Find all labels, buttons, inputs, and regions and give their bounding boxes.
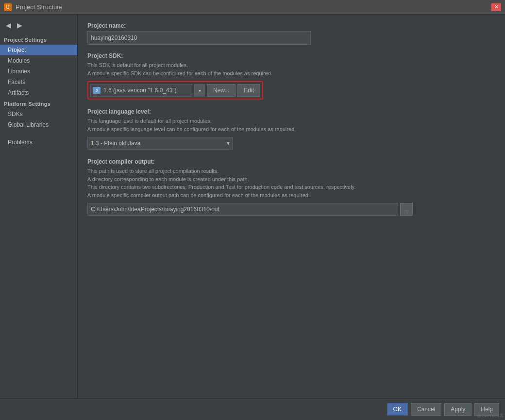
sdk-description: This SDK is default for all project modu… [87,61,495,77]
compiler-output-description: This path is used to store all project c… [87,167,495,199]
sidebar-item-project[interactable]: Project [0,45,77,55]
language-level-title: Project language level: [87,108,495,115]
content-area: Project name: Project SDK: This SDK is d… [78,15,505,398]
language-level-select[interactable]: 1.3 - Plain old Java ▾ [87,137,233,150]
platform-settings-header: Platform Settings [0,98,77,109]
sidebar: ◀ ▶ Project Settings Project Modules Lib… [0,15,78,398]
sdk-dropdown-arrow[interactable]: ▾ [194,84,205,97]
main-layout: ◀ ▶ Project Settings Project Modules Lib… [0,15,505,398]
sidebar-item-sdks[interactable]: SDKs [0,109,77,119]
compiler-output-title: Project compiler output: [87,158,495,165]
sdk-edit-button[interactable]: Edit [237,84,260,97]
back-button[interactable]: ◀ [4,20,13,30]
sdk-select[interactable]: J 1.6 (java version "1.6.0_43") [90,84,192,97]
sidebar-item-artifacts[interactable]: Artifacts [0,87,77,98]
sdk-new-button[interactable]: New... [207,84,236,97]
cancel-button[interactable]: Cancel [411,403,441,416]
language-level-description: This language level is default for all p… [87,117,495,133]
sdk-select-inner: J 1.6 (java version "1.6.0_43") [93,87,177,94]
apply-button[interactable]: Apply [444,403,471,416]
sdk-selector-group: J 1.6 (java version "1.6.0_43") ▾ New...… [87,81,263,100]
title-bar-left: U Project Structure [4,3,63,11]
sdk-value-text: 1.6 (java version "1.6.0_43") [103,87,177,94]
language-level-group: 1.3 - Plain old Java ▾ [87,137,495,150]
sidebar-item-libraries[interactable]: Libraries [0,66,77,77]
sdk-section-title: Project SDK: [87,52,495,59]
nav-arrows: ◀ ▶ [0,18,77,34]
sidebar-item-facets[interactable]: Facets [0,77,77,87]
sdk-java-icon: J [93,87,101,94]
window-title: Project Structure [16,3,63,11]
bottom-bar: OK Cancel Apply Help [0,398,505,420]
app-icon: U [4,3,12,11]
compiler-output-row: ... [87,203,495,216]
language-level-arrow: ▾ [227,140,230,147]
forward-button[interactable]: ▶ [15,20,24,30]
project-settings-header: Project Settings [0,34,77,45]
watermark: @51CTO博客 [477,413,504,419]
compiler-output-input[interactable] [87,203,398,216]
ok-button[interactable]: OK [387,403,408,416]
browse-button[interactable]: ... [400,203,413,216]
title-bar: U Project Structure ✕ [0,0,505,15]
sidebar-item-modules[interactable]: Modules [0,55,77,66]
project-name-input[interactable] [87,31,311,45]
language-level-value: 1.3 - Plain old Java [91,140,140,147]
project-name-label: Project name: [87,22,495,29]
close-button[interactable]: ✕ [491,3,501,11]
sidebar-item-global-libraries[interactable]: Global Libraries [0,119,77,130]
sidebar-item-problems[interactable]: Problems [0,137,77,148]
